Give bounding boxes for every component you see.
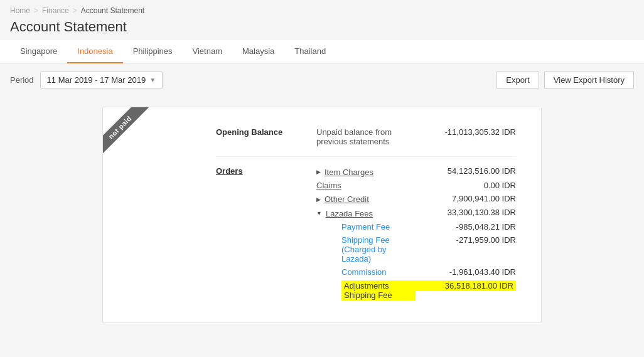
shipping-fee-row: Shipping Fee (Charged by Lazada) -271,95… [216,233,516,265]
period-value: 11 Mar 2019 - 17 Mar 2019 [47,75,146,85]
other-credit-amount: 7,900,941.00 IDR [416,194,516,203]
claims-row: Claims 0.00 IDR [216,179,516,192]
opening-balance-row: Opening Balance Unpaid balance from prev… [216,122,516,157]
commission-row: Commission -1,961,043.40 IDR [216,265,516,279]
action-buttons: Export View Export History [496,71,634,89]
card-inner: Opening Balance Unpaid balance from prev… [103,107,541,322]
chevron-down-icon: ▼ [149,77,156,83]
toolbar: Period 11 Mar 2019 - 17 Mar 2019 ▼ Expor… [0,63,644,97]
tab-indonesia[interactable]: Indonesia [67,40,122,63]
commission-amount: -1,961,043.40 IDR [416,267,516,277]
claims-link[interactable]: Claims [316,181,341,190]
period-dropdown[interactable]: 11 Mar 2019 - 17 Mar 2019 ▼ [40,72,163,88]
period-section: Period 11 Mar 2019 - 17 Mar 2019 ▼ [10,72,163,88]
tab-philippines[interactable]: Philippines [123,40,183,63]
breadcrumb-sep2: > [73,6,77,15]
tab-thailand[interactable]: Thailand [284,40,336,63]
lazada-fees-amount: 33,300,130.38 IDR [416,208,516,217]
lazada-fees-link[interactable]: Lazada Fees [326,209,373,218]
shipping-fee-link[interactable]: Shipping Fee (Charged by Lazada) [341,235,416,264]
tab-singapore[interactable]: Singapore [10,40,67,63]
payment-fee-row: Payment Fee -985,048.21 IDR [216,220,516,233]
payment-fee-link[interactable]: Payment Fee [341,222,416,232]
opening-balance-description: Unpaid balance from previous statements [316,127,416,146]
breadcrumb-current: Account Statement [81,6,144,15]
claims-amount: 0.00 IDR [416,181,516,190]
tabs-bar: Singapore Indonesia Philippines Vietnam … [0,40,644,63]
item-charges-amount: 54,123,516.00 IDR [416,166,516,176]
lazada-fees-row: ▼ Lazada Fees 33,300,130.38 IDR [216,206,516,220]
view-export-history-button[interactable]: View Export History [544,71,634,89]
shipping-fee-amount: -271,959.00 IDR [416,235,516,245]
opening-balance-label: Opening Balance [216,127,316,137]
collapse-icon-lazada-fees: ▼ [316,210,322,216]
content-area: not paid Opening Balance Unpaid balance … [0,97,644,333]
opening-balance-amount: -11,013,305.32 IDR [416,127,516,137]
orders-section: Orders ▶ Item Charges 54,123,516.00 IDR … [216,157,516,302]
adjustments-shipping-fee-amount: 36,518,181.00 IDR [416,280,516,291]
commission-link[interactable]: Commission [341,267,416,277]
expand-icon-item-charges: ▶ [316,169,321,175]
breadcrumb-finance[interactable]: Finance [42,6,69,15]
item-charges-link[interactable]: Item Charges [325,168,373,177]
period-label: Period [10,75,34,85]
breadcrumb-home[interactable]: Home [10,6,30,15]
other-credit-row: ▶ Other Credit 7,900,941.00 IDR [216,192,516,206]
tab-malaysia[interactable]: Malaysia [232,40,284,63]
payment-fee-amount: -985,048.21 IDR [416,222,516,232]
export-button[interactable]: Export [496,71,539,89]
adjustments-shipping-fee-row: Adjustments Shipping Fee 36,518,181.00 I… [216,279,516,302]
expand-icon-other-credit: ▶ [316,196,321,203]
breadcrumb-sep1: > [34,6,38,15]
item-charges-row: Orders ▶ Item Charges 54,123,516.00 IDR [216,164,516,179]
breadcrumb: Home > Finance > Account Statement [0,0,644,19]
orders-label: Orders [216,166,243,176]
adjustments-shipping-fee-label: Adjustments Shipping Fee [341,280,416,301]
statement-card: not paid Opening Balance Unpaid balance … [102,107,542,323]
page-title: Account Statement [0,19,644,40]
tab-vietnam[interactable]: Vietnam [183,40,232,63]
other-credit-link[interactable]: Other Credit [325,194,369,204]
not-paid-ribbon-wrap: not paid [103,107,159,164]
not-paid-ribbon: not paid [103,107,149,156]
